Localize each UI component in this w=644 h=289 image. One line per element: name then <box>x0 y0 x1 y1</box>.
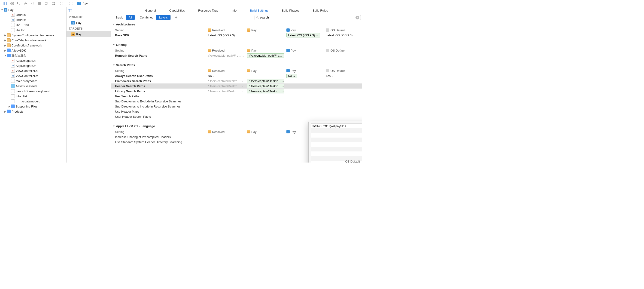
nav-item[interactable]: LaunchScreen.storyboard <box>0 89 66 94</box>
nav-forward-icon[interactable]: 〉 <box>71 0 76 7</box>
disclosure-triangle-icon[interactable]: ▶ <box>8 105 11 108</box>
path-value[interactable]: $(SRCROOT)/AlipaySDK <box>311 124 362 128</box>
setting-row[interactable]: User Header Search Paths <box>111 114 362 119</box>
list-item[interactable]: $(SRCROOT)/AlipaySDK non-recursive ⇅ <box>311 124 362 128</box>
setting-value-box[interactable]: /Users/captain/Deskto… ⌄ <box>247 89 284 93</box>
file-nav-tab-icon[interactable] <box>2 0 8 7</box>
setting-value[interactable]: /Users/captain/Deskto… ⌄ <box>205 84 244 88</box>
setting-row[interactable]: Framework Search Paths/Users/captain/Des… <box>111 78 362 84</box>
scope-all-button[interactable]: All <box>126 15 135 20</box>
disclosure-triangle-icon[interactable]: ▼ <box>113 64 115 66</box>
nav-item[interactable]: mViewController.m <box>0 73 66 78</box>
nav-item[interactable]: ▼支付宝支付 <box>0 53 66 58</box>
disclosure-triangle-icon[interactable]: ▼ <box>113 44 115 46</box>
add-setting-button[interactable]: ＋ <box>174 15 178 20</box>
tab-build-phases[interactable]: Build Phases <box>282 9 299 12</box>
clear-search-icon[interactable]: ✕ <box>356 16 359 20</box>
setting-row[interactable]: Rez Search Paths <box>111 94 362 99</box>
search-settings-field[interactable]: ✕ <box>254 15 361 20</box>
nav-back-icon[interactable]: 〈 <box>66 0 71 7</box>
framework-icon <box>7 44 11 47</box>
debug-nav-tab-icon[interactable] <box>36 0 43 7</box>
nav-item-label: SystemConfiguration.framework <box>12 34 54 37</box>
setting-value[interactable]: No ⌄ <box>205 74 244 78</box>
setting-value-box[interactable]: /Users/captain/Deskto… ⌄ <box>247 79 284 83</box>
disclosure-triangle-icon[interactable]: ▶ <box>4 49 6 52</box>
nav-item[interactable]: ▶Products <box>0 109 66 114</box>
setting-value[interactable]: @executable_path/Fra… ⌄ <box>205 54 244 57</box>
disclosure-triangle-icon[interactable]: ▼ <box>113 23 115 26</box>
nav-item[interactable]: ▶Supporting Files <box>0 104 66 109</box>
section-header[interactable]: ▼Search Paths <box>111 62 362 68</box>
setting-row[interactable]: Runpath Search Paths@executable_path/Fra… <box>111 53 362 58</box>
scope-levels-button[interactable]: Levels <box>156 15 171 20</box>
scope-combined-button[interactable]: Combined <box>137 15 156 20</box>
nav-item[interactable]: Assets.xcassets <box>0 84 66 89</box>
nav-item[interactable]: libc++.tbd <box>0 23 66 28</box>
nav-root[interactable]: ▼ ⎙ Pay <box>0 7 66 12</box>
nav-item[interactable]: mOrder.m <box>0 17 66 23</box>
nav-item[interactable]: mAppDelegate.m <box>0 63 66 68</box>
breakpoint-nav-tab-icon[interactable] <box>43 0 50 7</box>
scope-basic-button[interactable]: Basic <box>113 15 126 20</box>
tab-info[interactable]: Info <box>232 9 237 12</box>
setting-value[interactable]: /Users/captain/Deskto… ⌄ <box>205 79 244 83</box>
section-header[interactable]: ▼Linking <box>111 41 362 48</box>
related-items-icon[interactable] <box>59 0 66 7</box>
side-panel-toggle[interactable] <box>66 7 111 14</box>
setting-value-box[interactable]: No ⌄ <box>286 74 297 78</box>
setting-row[interactable]: Use Header Maps <box>111 109 362 114</box>
nav-item[interactable]: ___.xcdatamodeld <box>0 99 66 104</box>
project-row[interactable]: ⎙ Pay <box>66 20 111 26</box>
tab-resource-tags[interactable]: Resource Tags <box>198 9 218 12</box>
tab-build-settings[interactable]: Build Settings <box>250 9 268 12</box>
setting-label: Rez Search Paths <box>111 95 205 98</box>
symbol-nav-tab-icon[interactable] <box>8 0 15 7</box>
project-icon <box>286 130 290 133</box>
disclosure-triangle-icon[interactable]: ▶ <box>4 39 6 41</box>
tab-general[interactable]: General <box>145 9 156 12</box>
setting-row[interactable]: Always Search User PathsNo ⌄No ⌄Yes ⌄ <box>111 73 362 78</box>
setting-value[interactable]: Latest iOS (iOS 9.3) ⌄ <box>323 34 362 37</box>
breadcrumb[interactable]: ⎙ Pay <box>76 2 88 5</box>
setting-value-box[interactable]: @executable_path/Fra… ⌄ <box>247 53 284 58</box>
nav-item[interactable]: hViewController.h <box>0 68 66 73</box>
nav-item[interactable]: ▶CoreTelephony.framework <box>0 38 66 43</box>
search-input[interactable] <box>260 16 356 19</box>
setting-value[interactable]: /Users/captain/Deskto… ⌄ <box>205 90 244 93</box>
nav-item[interactable]: ▶AlipaySDK <box>0 48 66 53</box>
setting-value-box[interactable]: /Users/captain/Deskto… ⌄ <box>247 84 284 88</box>
section-header[interactable]: ▼Architectures <box>111 21 362 28</box>
nav-item[interactable]: ▶CoreMotion.framework <box>0 43 66 48</box>
nav-item[interactable]: hAppDelegate.h <box>0 58 66 63</box>
setting-value[interactable]: Latest iOS (iOS 9.3) ⌄ <box>205 34 244 37</box>
paths-list[interactable]: $(SRCROOT)/AlipaySDK non-recursive ⇅ <box>311 123 362 163</box>
target-row[interactable]: ✦ Pay <box>66 31 111 37</box>
disclosure-triangle-icon[interactable]: ▶ <box>4 44 6 47</box>
disclosure-triangle-icon[interactable]: ▼ <box>4 54 6 57</box>
disclosure-triangle-icon[interactable]: ▼ <box>1 9 3 11</box>
setting-row[interactable]: Library Search Paths/Users/captain/Deskt… <box>111 89 362 94</box>
nav-item-label: Supporting Files <box>16 105 38 108</box>
setting-row[interactable]: Sub-Directories to Include in Recursive … <box>111 104 362 109</box>
tab-capabilities[interactable]: Capabilities <box>169 9 185 12</box>
disclosure-triangle-icon[interactable]: ▼ <box>113 125 115 127</box>
setting-value[interactable]: Yes ⌄ <box>323 74 362 78</box>
nav-item[interactable]: Info.plist <box>0 94 66 99</box>
disclosure-triangle-icon[interactable]: ▶ <box>4 110 6 113</box>
setting-row[interactable]: Header Search Paths/Users/captain/Deskto… <box>111 84 362 89</box>
report-nav-tab-icon[interactable] <box>50 0 57 7</box>
nav-item[interactable]: hOrder.h <box>0 12 66 17</box>
tab-build-rules[interactable]: Build Rules <box>313 9 328 12</box>
setting-value-box[interactable]: Latest iOS (iOS 9.3) ⌄ <box>286 33 320 38</box>
test-nav-tab-icon[interactable] <box>29 0 36 7</box>
issue-nav-tab-icon[interactable] <box>22 0 29 7</box>
nav-item[interactable]: Main.storyboard <box>0 78 66 84</box>
file-navigator[interactable]: ▼ ⎙ Pay hOrder.hmOrder.mlibc++.tbdlibz.t… <box>0 7 66 163</box>
nav-item[interactable]: ▶SystemConfiguration.framework <box>0 33 66 38</box>
disclosure-triangle-icon[interactable]: ▶ <box>4 34 6 36</box>
search-nav-tab-icon[interactable] <box>15 0 22 7</box>
nav-item[interactable]: libz.tbd <box>0 28 66 33</box>
setting-row[interactable]: Base SDKLatest iOS (iOS 9.3) ⌄Latest iOS… <box>111 33 362 38</box>
setting-row[interactable]: Sub-Directories to Exclude in Recursive … <box>111 99 362 104</box>
